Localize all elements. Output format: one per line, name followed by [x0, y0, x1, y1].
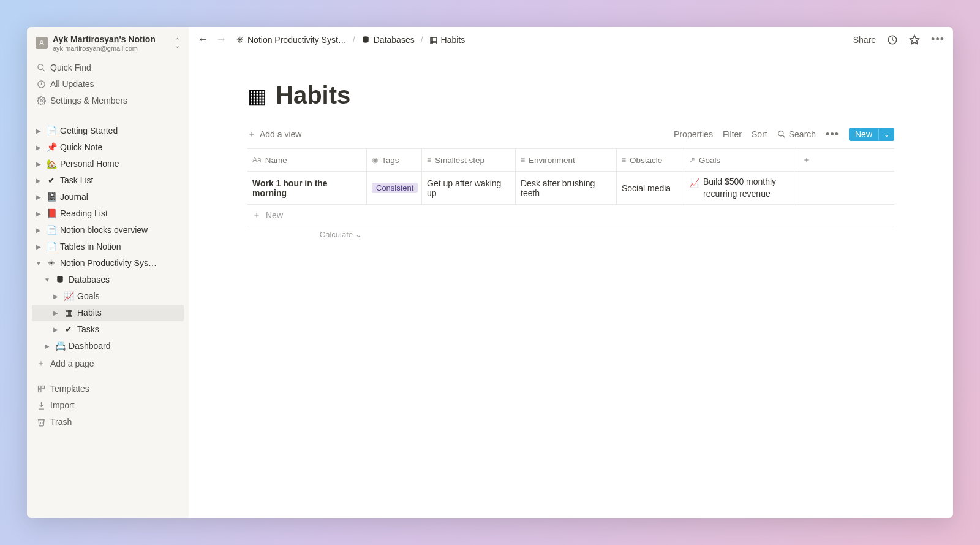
add-row-button[interactable]: ＋ New	[247, 205, 894, 226]
page-tasks[interactable]: ▶ ✔ Tasks	[32, 321, 184, 338]
page-emoji-icon[interactable]: ▦	[247, 85, 267, 106]
updates-icon[interactable]	[887, 34, 898, 45]
search-button[interactable]: Search	[777, 129, 816, 139]
table-row[interactable]: Work 1 hour in the morning Consistent Ge…	[247, 172, 894, 205]
quick-find-label: Quick Find	[50, 63, 91, 72]
favorite-icon[interactable]	[909, 34, 920, 45]
page-label: Quick Note	[60, 142, 102, 152]
page-task-list[interactable]: ▶ ✔ Task List	[32, 172, 184, 189]
chevron-down-icon[interactable]: ▼	[40, 276, 54, 283]
updown-chevron-icon: ⌃⌄	[175, 38, 180, 48]
column-label: Tags	[382, 156, 399, 165]
chevron-right-icon[interactable]: ▶	[32, 161, 45, 167]
page-databases[interactable]: ▼ Databases	[32, 272, 184, 288]
sort-button[interactable]: Sort	[752, 129, 767, 139]
properties-button[interactable]: Properties	[674, 129, 713, 139]
import[interactable]: Import	[32, 397, 184, 414]
column-header-smallest-step[interactable]: ≡ Smallest step	[422, 149, 516, 171]
column-header-obstacle[interactable]: ≡ Obstacle	[617, 149, 684, 171]
chevron-right-icon[interactable]: ▶	[32, 194, 45, 200]
import-label: Import	[50, 400, 75, 410]
trash-label: Trash	[50, 417, 72, 427]
column-header-tags[interactable]: ◉ Tags	[367, 149, 422, 171]
chevron-right-icon[interactable]: ▶	[49, 293, 62, 300]
svg-line-12	[782, 135, 785, 138]
new-button-label: New	[849, 128, 878, 141]
trash[interactable]: Trash	[32, 414, 184, 430]
chevron-right-icon[interactable]: ▶	[49, 310, 62, 316]
more-menu-icon[interactable]: •••	[931, 33, 944, 46]
settings-label: Settings & Members	[50, 96, 127, 105]
chevron-right-icon[interactable]: ▶	[49, 326, 62, 333]
page-notion-blocks[interactable]: ▶ 📄 Notion blocks overview	[32, 222, 184, 238]
text-prop-icon: ≡	[622, 156, 626, 164]
cell-obstacle[interactable]: Social media	[617, 172, 684, 204]
database-icon	[361, 36, 370, 44]
nav-back[interactable]: ←	[197, 33, 208, 46]
search-icon	[36, 63, 47, 72]
add-page[interactable]: ＋ Add a page	[32, 356, 184, 372]
page-habits[interactable]: ▶ ▦ Habits	[32, 305, 184, 321]
chevron-right-icon[interactable]: ▶	[32, 177, 45, 184]
chevron-down-icon[interactable]: ▼	[32, 260, 45, 267]
column-header-goals[interactable]: ↗ Goals	[684, 149, 794, 171]
page-goals[interactable]: ▶ 📈 Goals	[32, 288, 184, 305]
breadcrumb-databases[interactable]: Databases	[359, 34, 417, 46]
page-reading-list[interactable]: ▶ 📕 Reading List	[32, 205, 184, 222]
chevron-right-icon[interactable]: ▶	[40, 343, 54, 349]
column-label: Environment	[529, 156, 575, 165]
all-updates-label: All Updates	[50, 79, 94, 89]
breadcrumb-label: Habits	[441, 35, 466, 45]
chevron-right-icon[interactable]: ▶	[32, 227, 45, 234]
select-prop-icon: ◉	[372, 156, 378, 164]
chevron-right-icon[interactable]: ▶	[32, 210, 45, 217]
breadcrumb-productivity[interactable]: ✳ Notion Productivity Syst…	[234, 34, 349, 46]
grid-icon: ▦	[62, 308, 75, 318]
chevron-right-icon[interactable]: ▶	[32, 128, 45, 134]
workspace-switcher[interactable]: A Ayk Martirosyan's Notion ayk.martirosy…	[27, 32, 189, 58]
new-button[interactable]: New ⌄	[849, 128, 894, 141]
add-view-button[interactable]: ＋ Add a view	[247, 129, 301, 140]
breadcrumb: ✳ Notion Productivity Syst… / Databases …	[234, 34, 467, 46]
column-header-name[interactable]: Aa Name	[247, 149, 367, 171]
database-icon	[54, 275, 66, 284]
page-label: Tables in Notion	[60, 242, 121, 251]
page-journal[interactable]: ▶ 📓 Journal	[32, 189, 184, 205]
templates[interactable]: Templates	[32, 381, 184, 397]
page-label: Notion Productivity Sys…	[60, 258, 157, 268]
settings-members[interactable]: Settings & Members	[32, 93, 184, 109]
column-header-environment[interactable]: ≡ Environment	[516, 149, 617, 171]
all-updates[interactable]: All Updates	[32, 76, 184, 93]
cell-goals[interactable]: 📈 Build $500 monthly recurring revenue	[684, 172, 794, 204]
calculate-button[interactable]: Calculate ⌄	[247, 226, 367, 243]
cell-smallest-step[interactable]: Get up after waking up	[422, 172, 516, 204]
view-more-icon[interactable]: •••	[826, 128, 839, 141]
page-tables-in-notion[interactable]: ▶ 📄 Tables in Notion	[32, 238, 184, 255]
breadcrumb-habits[interactable]: ▦ Habits	[427, 34, 468, 46]
chevron-down-icon[interactable]: ⌄	[878, 129, 894, 140]
book-icon: 📕	[45, 208, 58, 218]
filter-button[interactable]: Filter	[723, 129, 742, 139]
column-label: Goals	[699, 156, 720, 165]
cell-tags[interactable]: Consistent	[367, 172, 422, 204]
page-productivity-system[interactable]: ▼ ✳ Notion Productivity Sys…	[32, 255, 184, 272]
chevron-right-icon[interactable]: ▶	[32, 144, 45, 151]
add-row-label: New	[266, 210, 283, 220]
cell-environment[interactable]: Desk after brushing teeth	[516, 172, 617, 204]
cell-name[interactable]: Work 1 hour in the morning	[247, 172, 367, 204]
svg-point-11	[778, 131, 783, 136]
add-column-button[interactable]: ＋	[794, 149, 819, 171]
page-dashboard[interactable]: ▶ 📇 Dashboard	[32, 338, 184, 354]
share-button[interactable]: Share	[853, 35, 876, 45]
page-icon: 📄	[45, 242, 58, 251]
chevron-right-icon[interactable]: ▶	[32, 243, 45, 250]
page-getting-started[interactable]: ▶ 📄 Getting Started	[32, 123, 184, 139]
page-title[interactable]: Habits	[276, 82, 350, 109]
page-quick-note[interactable]: ▶ 📌 Quick Note	[32, 139, 184, 156]
svg-line-1	[42, 69, 45, 71]
page-personal-home[interactable]: ▶ 🏡 Personal Home	[32, 156, 184, 172]
page-label: Notion blocks overview	[60, 225, 148, 235]
page-label: Task List	[60, 175, 93, 185]
quick-find[interactable]: Quick Find	[32, 59, 184, 76]
nav-forward[interactable]: →	[216, 33, 227, 46]
